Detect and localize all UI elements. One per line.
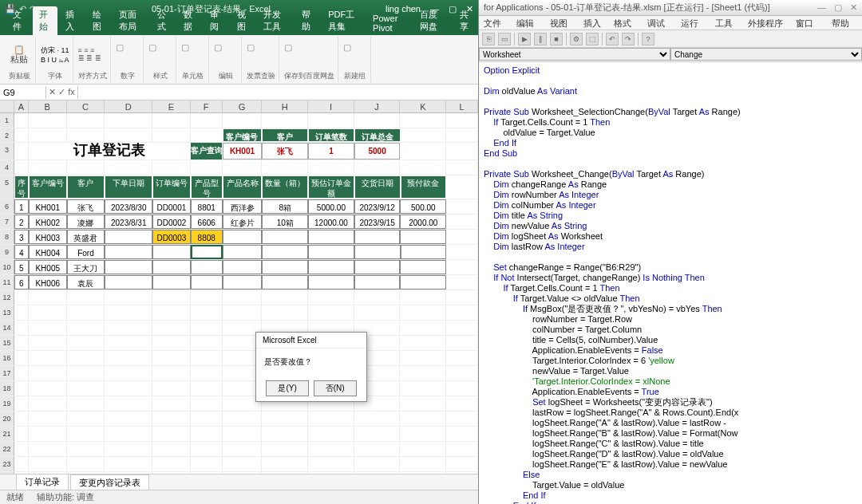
cell[interactable]: KH006 [29, 275, 67, 289]
cell[interactable] [191, 290, 223, 305]
cell[interactable]: 5000.00 [308, 199, 354, 214]
messagebox-yes-button[interactable]: 是(Y) [266, 380, 308, 396]
cell[interactable] [14, 321, 29, 335]
column-header[interactable]: H [262, 100, 308, 112]
cell[interactable] [354, 160, 401, 175]
cell[interactable]: 2023/9/15 [354, 215, 401, 229]
cell[interactable]: KH005 [29, 260, 67, 274]
column-header[interactable]: K [400, 100, 446, 112]
column-header[interactable]: F [191, 100, 223, 112]
cell[interactable] [14, 305, 29, 320]
column-header[interactable]: I [308, 100, 354, 112]
cell[interactable] [67, 321, 105, 335]
cell[interactable] [354, 245, 401, 259]
cell[interactable] [105, 113, 152, 128]
cell[interactable] [223, 275, 263, 289]
ribbon-button[interactable]: ▢ [247, 42, 271, 66]
ribbon-button[interactable]: ▢ [116, 42, 140, 66]
vba-menu-item[interactable]: 帮助(H) [832, 18, 857, 28]
cell[interactable] [29, 128, 67, 142]
cell[interactable] [191, 113, 223, 128]
cell[interactable] [446, 260, 478, 274]
cell[interactable] [14, 143, 29, 159]
cell[interactable]: 2 [14, 215, 29, 229]
cell[interactable] [401, 245, 447, 259]
cell[interactable] [308, 290, 354, 305]
cell[interactable] [67, 442, 105, 456]
cell[interactable] [354, 305, 401, 320]
cell[interactable] [105, 128, 152, 142]
cell[interactable]: 5 [14, 260, 29, 274]
cell[interactable] [14, 472, 29, 474]
row-header[interactable]: 8 [0, 230, 14, 244]
cell[interactable] [152, 290, 191, 305]
cell[interactable] [446, 472, 478, 474]
cell[interactable] [105, 260, 152, 274]
cell[interactable]: 订单笔数 [308, 128, 354, 142]
column-header[interactable]: A [14, 100, 29, 112]
ribbon-button[interactable]: ▢ [343, 42, 367, 66]
cell[interactable] [446, 175, 478, 199]
cell[interactable] [400, 305, 446, 320]
cell[interactable] [67, 396, 105, 411]
cell[interactable] [191, 472, 223, 474]
cell[interactable] [105, 442, 152, 456]
cell[interactable] [223, 113, 263, 128]
cell[interactable] [29, 442, 67, 456]
cell[interactable] [354, 113, 401, 128]
row-header[interactable]: 5 [0, 175, 14, 199]
row-header[interactable]: 9 [0, 245, 14, 259]
vba-menu-item[interactable]: 调试(D) [647, 18, 673, 28]
cell[interactable]: 4 [14, 245, 29, 259]
vba-tool-icon[interactable]: ⎘ [482, 33, 495, 45]
cell[interactable] [105, 366, 152, 380]
cell[interactable] [105, 457, 152, 471]
column-header[interactable]: E [152, 100, 191, 112]
cell[interactable]: KH003 [29, 230, 67, 244]
cell[interactable] [354, 442, 401, 456]
vba-code-pane[interactable]: Option Explicit Dim oldValue As Variant … [479, 62, 862, 504]
column-header[interactable]: J [354, 100, 401, 112]
cell[interactable] [67, 290, 105, 305]
cell[interactable] [14, 457, 29, 471]
vba-tool-icon[interactable]: ▭ [498, 33, 511, 45]
cell[interactable] [67, 411, 105, 426]
cell[interactable]: KH001 [29, 199, 67, 214]
cell[interactable]: 3 [14, 230, 29, 244]
cell[interactable] [105, 381, 152, 396]
cell[interactable] [29, 336, 67, 350]
cell[interactable] [191, 128, 223, 142]
cell[interactable] [446, 457, 478, 471]
vba-tool-icon[interactable]: ↶ [606, 33, 619, 45]
vba-tool-icon[interactable]: ⚙ [570, 33, 583, 45]
cell[interactable] [354, 411, 401, 426]
cell[interactable] [354, 275, 401, 289]
redo-icon[interactable]: ↷ [30, 4, 37, 14]
cell[interactable]: Ford [67, 245, 105, 259]
save-icon[interactable]: 💾 [5, 4, 16, 14]
cell[interactable] [308, 230, 354, 244]
cell[interactable] [308, 260, 354, 274]
cell[interactable]: 产品型号 [191, 175, 223, 199]
cell[interactable] [446, 160, 478, 175]
cell[interactable] [152, 113, 191, 128]
cell[interactable] [400, 442, 446, 456]
cell[interactable] [67, 128, 105, 142]
cell[interactable] [191, 427, 223, 441]
vba-menu-item[interactable]: 工具(T) [715, 18, 740, 28]
ribbon-button[interactable]: ▢ [214, 42, 238, 66]
cell[interactable]: 序号 [14, 175, 29, 199]
row-header[interactable]: 22 [0, 442, 14, 456]
cell[interactable] [308, 305, 354, 320]
cell[interactable]: 订单登记表 [29, 143, 191, 159]
cell[interactable] [354, 230, 401, 244]
cell[interactable] [14, 336, 29, 350]
vba-menu-item[interactable]: 运行(R) [681, 18, 706, 28]
cell[interactable] [191, 245, 223, 259]
cell[interactable]: 500.00 [400, 199, 446, 214]
cell[interactable] [400, 351, 446, 365]
cell[interactable] [446, 336, 478, 350]
cell[interactable]: KH002 [29, 215, 67, 229]
cell[interactable] [105, 472, 152, 474]
cell[interactable] [354, 427, 401, 441]
